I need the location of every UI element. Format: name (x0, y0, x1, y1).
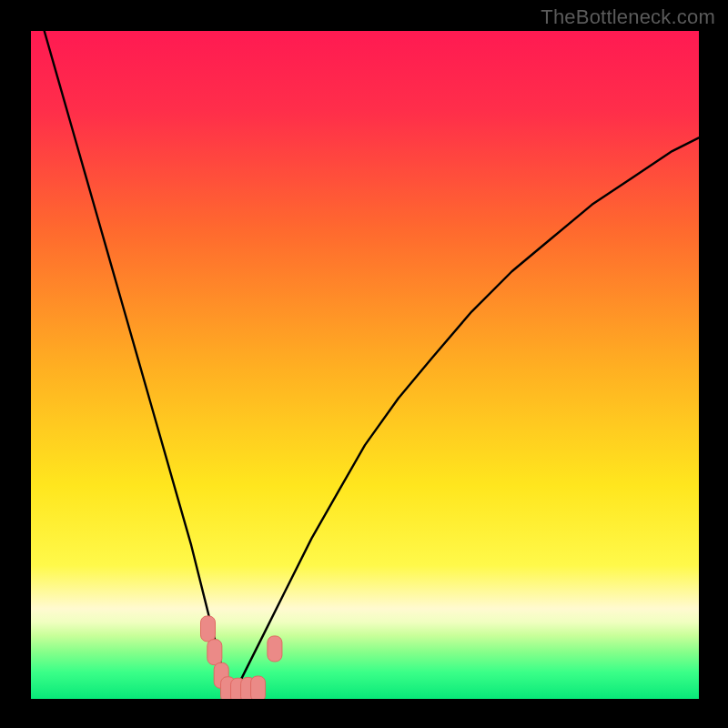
marker-point (201, 616, 216, 642)
marker-point (207, 640, 222, 665)
attribution-text: TheBottleneck.com (541, 5, 715, 29)
marker-point (268, 636, 282, 662)
outer-frame: TheBottleneck.com (0, 0, 728, 728)
marker-point (251, 676, 266, 699)
plot-area (31, 31, 699, 699)
chart-svg (31, 31, 699, 699)
gradient-background (31, 31, 699, 699)
